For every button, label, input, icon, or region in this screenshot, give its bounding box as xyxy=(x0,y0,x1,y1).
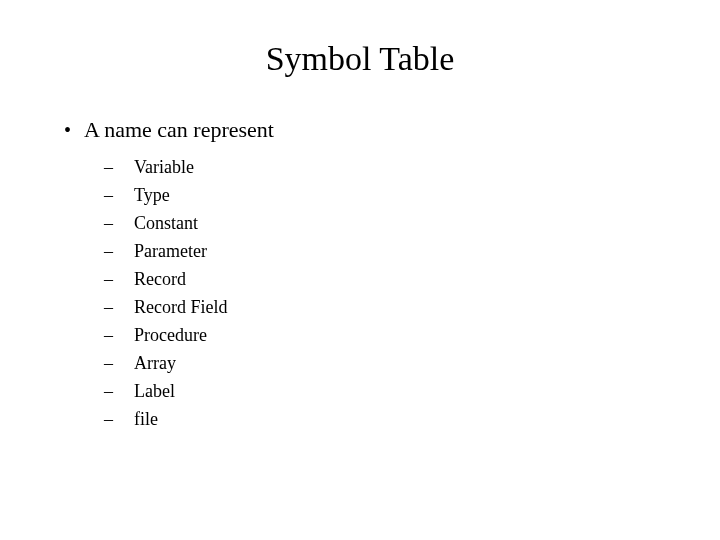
list-item: – Record xyxy=(104,268,660,290)
list-item-text: Variable xyxy=(134,156,194,178)
dash-icon: – xyxy=(104,296,134,318)
list-item-text: Constant xyxy=(134,212,198,234)
page-title: Symbol Table xyxy=(60,40,660,78)
list-item: – Record Field xyxy=(104,296,660,318)
sublist: – Variable – Type – Constant – Parameter… xyxy=(104,156,660,430)
list-item: – Procedure xyxy=(104,324,660,346)
list-item: – Variable xyxy=(104,156,660,178)
bullet-level-1: • A name can represent xyxy=(60,118,660,142)
list-item-text: Array xyxy=(134,352,176,374)
dash-icon: – xyxy=(104,156,134,178)
dash-icon: – xyxy=(104,324,134,346)
list-item: – Constant xyxy=(104,212,660,234)
dash-icon: – xyxy=(104,352,134,374)
list-item: – Label xyxy=(104,380,660,402)
list-item: – Type xyxy=(104,184,660,206)
list-item-text: Record Field xyxy=(134,296,227,318)
list-item: – Array xyxy=(104,352,660,374)
dash-icon: – xyxy=(104,268,134,290)
bullet-text: A name can represent xyxy=(84,118,274,142)
bullet-icon: • xyxy=(60,118,84,142)
list-item: – Parameter xyxy=(104,240,660,262)
list-item-text: file xyxy=(134,408,158,430)
list-item-text: Label xyxy=(134,380,175,402)
slide: Symbol Table • A name can represent – Va… xyxy=(0,0,720,540)
list-item: – file xyxy=(104,408,660,430)
dash-icon: – xyxy=(104,408,134,430)
dash-icon: – xyxy=(104,184,134,206)
dash-icon: – xyxy=(104,380,134,402)
dash-icon: – xyxy=(104,212,134,234)
dash-icon: – xyxy=(104,240,134,262)
list-item-text: Parameter xyxy=(134,240,207,262)
list-item-text: Procedure xyxy=(134,324,207,346)
list-item-text: Type xyxy=(134,184,170,206)
list-item-text: Record xyxy=(134,268,186,290)
